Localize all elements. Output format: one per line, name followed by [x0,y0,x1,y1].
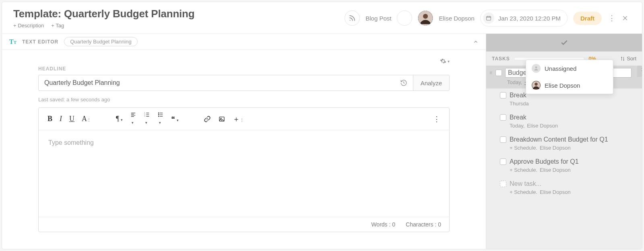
task-expand-icon[interactable] [637,66,642,77]
italic-button[interactable]: I [60,115,62,123]
check-icon [560,39,568,47]
svg-point-2 [423,14,428,19]
editor-bar: TT TEXT EDITOR Quarterly Budget Planning [2,34,486,50]
svg-point-11 [221,118,221,119]
align-button[interactable] [130,112,136,126]
gear-icon [440,58,446,64]
calendar-icon [483,12,494,24]
app-window: Template: Quarterly Budget Planning + De… [2,2,642,249]
page-title: Template: Quarterly Budget Planning [13,8,339,20]
tasks-panel-header-bar[interactable] [486,34,642,51]
chevron-down-icon: ▾ [448,59,450,64]
task-schedule[interactable]: Thursda [510,101,529,107]
svg-point-14 [535,83,537,86]
editor-chip[interactable]: Quarterly Budget Planning [64,37,137,46]
paragraph-button[interactable]: ¶ [116,115,123,123]
editor-label: TEXT EDITOR [22,39,58,45]
svg-point-8 [159,114,159,115]
main-column: TT TEXT EDITOR Quarterly Budget Planning… [2,34,486,249]
task-item[interactable]: Break Today, Elise Dopson [486,111,642,133]
sort-button[interactable]: Sort [620,56,636,62]
task-item[interactable]: Approve Budgets for Q1 + Schedule. Elise… [486,155,642,177]
word-count: Words : 0 [371,221,395,228]
body: TT TEXT EDITOR Quarterly Budget Planning… [2,33,642,249]
history-icon[interactable] [400,79,407,86]
drag-handle-icon[interactable]: ≡ [489,71,492,74]
new-task-placeholder[interactable]: New task... [510,180,541,187]
insert-button[interactable]: ＋⋮ [233,114,244,124]
date-picker[interactable]: Jan 23, 2020 12:20 PM [480,10,568,27]
task-assignee[interactable]: Elise Dopson [527,123,558,129]
text-editor-icon: TT [9,38,17,45]
assign-option-unassigned[interactable]: Unassigned [526,60,613,77]
svg-point-12 [535,66,537,68]
collapse-icon[interactable] [473,39,479,45]
underline-button[interactable]: U [69,115,74,123]
task-schedule[interactable]: + Schedule. [510,189,537,195]
quote-button[interactable]: ❝ [171,115,179,123]
task-checkbox[interactable] [500,181,506,187]
svg-rect-3 [487,16,491,20]
task-title: Break [510,92,526,99]
header-left: Template: Quarterly Budget Planning + De… [13,8,339,29]
task-schedule[interactable]: + Schedule. [510,167,537,173]
rte-toolbar: B I U A⋮ ¶ 123 [39,108,449,130]
avatar-icon [532,81,541,90]
rss-icon[interactable] [345,10,360,26]
analyze-button[interactable]: Analyze [413,75,450,91]
bold-button[interactable]: B [47,115,52,123]
header-right: Blog Post Elise Dopson Jan 23, 2020 12:2… [345,10,631,27]
task-checkbox[interactable] [500,136,506,143]
headline-input[interactable]: Quarterly Budget Planning [38,75,413,91]
toolbar-more-icon[interactable]: ⋮ [433,115,440,123]
font-style-button[interactable]: A⋮ [82,115,91,123]
task-item[interactable]: Breakdown Content Budget for Q1 + Schedu… [486,133,642,155]
task-schedule[interactable]: + Schedule. [510,145,537,151]
task-title: Approve Budgets for Q1 [510,158,579,165]
task-schedule[interactable]: Today, [507,79,522,85]
task-checkbox[interactable] [500,158,506,165]
svg-point-0 [350,20,351,21]
sort-icon [620,56,625,61]
tasks-panel: TASKS 0% Sort ≡ Budget Meeting for [486,34,642,249]
author-name[interactable]: Elise Dopson [439,15,474,22]
svg-point-9 [159,116,159,117]
more-menu-icon[interactable]: ⋮ [607,14,616,23]
ordered-list-button[interactable]: 123 [144,112,150,126]
svg-point-7 [159,113,159,113]
image-button[interactable] [218,116,225,122]
rte-body[interactable]: Type something [39,130,449,217]
headline-row: Quarterly Budget Planning Analyze [38,75,450,91]
assign-option-user[interactable]: Elise Dopson [526,77,613,94]
task-assignee[interactable]: Elise Dopson [540,145,571,151]
rte-box: B I U A⋮ ¶ 123 [38,107,450,232]
close-icon[interactable] [622,15,631,21]
task-schedule[interactable]: Today, [510,123,524,129]
char-count: Characters : 0 [406,221,441,228]
date-text: Jan 23, 2020 12:20 PM [498,15,561,22]
editor-content: ▾ HEADLINE Quarterly Budget Planning Ana… [2,50,486,249]
task-checkbox[interactable] [500,92,506,99]
post-type-label[interactable]: Blog Post [365,15,391,22]
header: Template: Quarterly Budget Planning + De… [2,2,642,33]
content-settings[interactable]: ▾ [38,58,450,64]
headline-label: HEADLINE [38,66,450,72]
title-sub-actions: + Description + Tag [13,23,339,29]
author-avatar[interactable] [418,10,433,26]
task-checkbox[interactable] [495,70,502,76]
tasks-label: TASKS [492,56,510,62]
rte-footer: Words : 0 Characters : 0 [39,217,449,232]
task-assignee[interactable]: Elise Dopson [540,167,571,173]
add-description-button[interactable]: + Description [13,23,44,29]
status-badge[interactable]: Draft [573,12,602,25]
new-task-item[interactable]: New task... + Schedule. Elise Dopson [486,177,642,199]
task-title: Breakdown Content Budget for Q1 [510,136,608,143]
svg-text:3: 3 [144,115,145,117]
task-checkbox[interactable] [500,114,506,121]
task-assignee[interactable]: Elise Dopson [540,189,571,195]
headline-value: Quarterly Budget Planning [44,79,120,86]
bullet-list-button[interactable] [157,112,164,126]
color-swatch[interactable] [397,10,412,26]
add-tag-button[interactable]: + Tag [51,23,64,29]
link-button[interactable] [204,115,211,123]
